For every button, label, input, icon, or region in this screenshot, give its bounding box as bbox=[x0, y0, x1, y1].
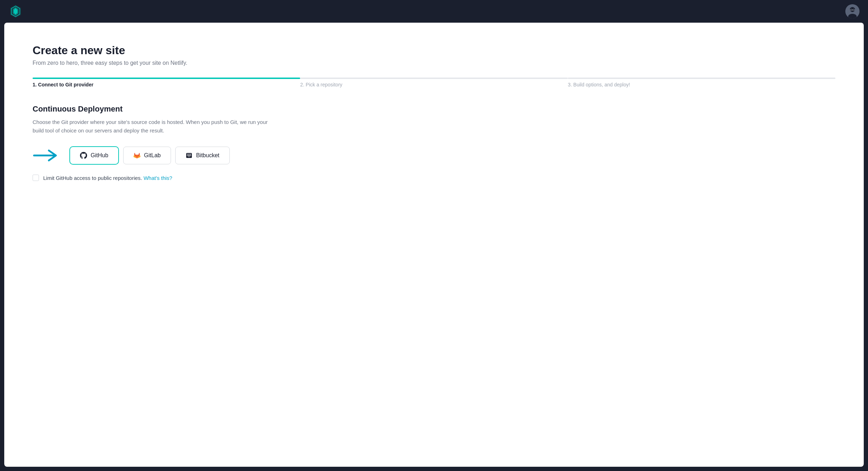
checkbox-row: Limit GitHub access to public repositori… bbox=[33, 175, 835, 181]
provider-buttons: GitHub Gi bbox=[69, 146, 230, 165]
provider-area: GitHub Gi bbox=[33, 146, 835, 165]
step-3: 3. Build options, and deploy! bbox=[568, 78, 835, 87]
steps-bar: 1. Connect to Git provider 2. Pick a rep… bbox=[33, 78, 835, 87]
page-subtitle: From zero to hero, three easy steps to g… bbox=[33, 60, 835, 66]
user-avatar[interactable] bbox=[845, 4, 860, 18]
gitlab-button[interactable]: GitLab bbox=[123, 147, 171, 164]
step-3-label: 3. Build options, and deploy! bbox=[568, 82, 835, 87]
page-header: Create a new site From zero to hero, thr… bbox=[33, 44, 835, 66]
gitlab-label: GitLab bbox=[144, 152, 161, 159]
page-title: Create a new site bbox=[33, 44, 835, 57]
steps-progress: 1. Connect to Git provider 2. Pick a rep… bbox=[33, 78, 835, 87]
limit-access-checkbox[interactable] bbox=[33, 175, 39, 181]
github-icon bbox=[80, 152, 87, 159]
app-logo[interactable] bbox=[8, 4, 23, 18]
step-1: 1. Connect to Git provider bbox=[33, 78, 300, 87]
github-label: GitHub bbox=[91, 152, 108, 159]
arrow-indicator bbox=[33, 148, 61, 163]
deployment-title: Continuous Deployment bbox=[33, 104, 835, 114]
step-1-label: 1. Connect to Git provider bbox=[33, 82, 300, 87]
step-1-line bbox=[33, 78, 300, 79]
github-button[interactable]: GitHub bbox=[69, 146, 119, 165]
checkbox-label: Limit GitHub access to public repositori… bbox=[43, 175, 172, 181]
gitlab-icon bbox=[133, 152, 141, 159]
main-card: Create a new site From zero to hero, thr… bbox=[4, 23, 864, 467]
navbar bbox=[0, 0, 868, 23]
bitbucket-icon bbox=[185, 152, 193, 159]
deployment-description: Choose the Git provider where your site'… bbox=[33, 118, 273, 135]
step-2-label: 2. Pick a repository bbox=[300, 82, 568, 87]
bitbucket-label: Bitbucket bbox=[196, 152, 219, 159]
step-2: 2. Pick a repository bbox=[300, 78, 568, 87]
bitbucket-button[interactable]: Bitbucket bbox=[175, 147, 230, 164]
step-2-line bbox=[300, 78, 568, 79]
whats-this-link[interactable]: What's this? bbox=[143, 175, 172, 181]
step-3-line bbox=[568, 78, 835, 79]
deployment-section: Continuous Deployment Choose the Git pro… bbox=[33, 104, 835, 181]
